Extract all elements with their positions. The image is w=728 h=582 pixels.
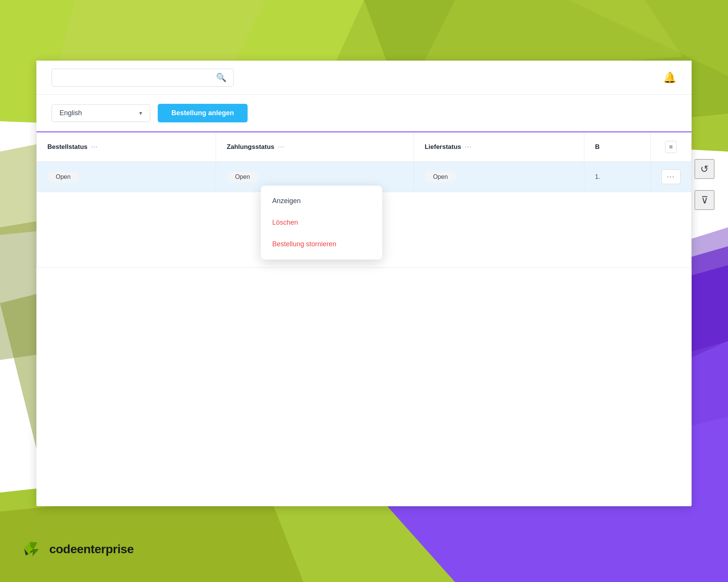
col-actions-header: ≡ <box>650 133 691 162</box>
col-bestellstatus-label: Bestellstatus <box>47 143 88 151</box>
col-zahlungsstatus-label: Zahlungsstatus <box>227 143 275 151</box>
bell-icon[interactable]: 🔔 <box>663 71 676 84</box>
cell-actions: ··· <box>650 162 691 192</box>
col-bestellstatus: Bestellstatus ··· <box>37 133 216 162</box>
search-icon: 🔍 <box>216 73 226 83</box>
cell-lieferstatus: Open <box>414 162 584 192</box>
col-bestellstatus-dots: ··· <box>91 144 98 150</box>
brand-name: codeenterprise <box>49 542 133 556</box>
search-box[interactable]: 🔍 <box>52 69 234 87</box>
side-icons: ↺ ⊽ <box>695 159 714 210</box>
table-header-row: Bestellstatus ··· Zahlungsstatus ··· Lie… <box>37 133 692 162</box>
toolbar-row: English ▾ Bestellung anlegen <box>36 95 692 132</box>
column-settings-button[interactable]: ≡ <box>665 141 677 153</box>
col-lieferstatus-dots: ··· <box>465 144 472 150</box>
col-b-label: B <box>595 143 599 151</box>
topbar-left: 🔍 <box>52 69 234 87</box>
topbar-right: 🔔 <box>663 71 676 84</box>
topbar: 🔍 🔔 <box>36 61 692 95</box>
reset-button[interactable]: ↺ <box>695 159 714 179</box>
lieferstatus-badge: Open <box>425 171 456 183</box>
filter-button[interactable]: ⊽ <box>695 190 714 210</box>
main-panel: 🔍 🔔 English ▾ Bestellung anlegen Bestell… <box>36 61 692 506</box>
context-menu: Anzeigen Löschen Bestellung stornieren <box>261 186 382 260</box>
col-zahlungsstatus-dots: ··· <box>278 144 285 150</box>
zahlungsstatus-badge: Open <box>227 171 258 183</box>
cell-b: 1. <box>584 162 651 192</box>
row-more-button[interactable]: ··· <box>661 169 681 184</box>
brand-logo-icon <box>23 539 43 559</box>
language-label: English <box>60 109 82 117</box>
col-lieferstatus: Lieferstatus ··· <box>414 133 584 162</box>
col-zahlungsstatus: Zahlungsstatus ··· <box>216 133 414 162</box>
context-menu-item-view[interactable]: Anzeigen <box>261 190 382 212</box>
bestellstatus-badge: Open <box>47 171 79 183</box>
footer-brand: codeenterprise <box>23 539 133 559</box>
b-value: 1. <box>595 174 600 180</box>
chevron-down-icon: ▾ <box>139 110 142 117</box>
create-order-button[interactable]: Bestellung anlegen <box>158 104 248 122</box>
cell-bestellstatus: Open <box>37 162 216 192</box>
context-menu-item-delete[interactable]: Löschen <box>261 212 382 233</box>
col-lieferstatus-label: Lieferstatus <box>425 143 461 151</box>
col-b: B <box>584 133 651 162</box>
language-selector[interactable]: English ▾ <box>52 104 150 122</box>
context-menu-item-cancel[interactable]: Bestellung stornieren <box>261 233 382 255</box>
